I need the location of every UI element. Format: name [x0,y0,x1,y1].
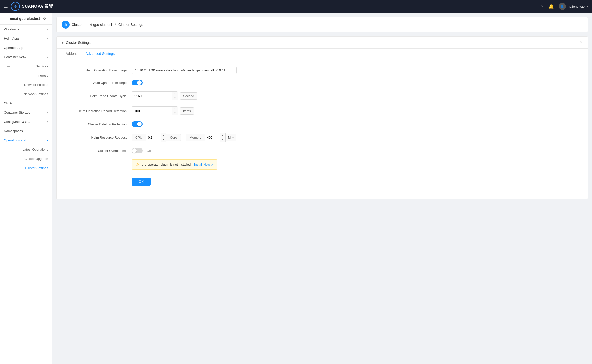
sidebar-item-latest-operations[interactable]: — Latest Operations [0,145,52,154]
cluster-icon: ⁂ [62,21,70,29]
breadcrumb-cluster-name: muxi-gpu-cluster1 [85,23,112,27]
sidebar-item-configmaps-label: ConfigMaps & S... [4,120,30,124]
helm-record-row: Helm Operation Record Retention ▲ ▼ item… [67,106,578,116]
chevron-up-icon: ▴ [47,56,48,59]
helm-record-input[interactable] [132,107,172,115]
helm-update-cycle-input[interactable] [132,92,172,100]
cpu-spin-up-button[interactable]: ▲ [161,133,166,138]
sidebar-item-network-settings-label: Network Settings [24,92,48,96]
sidebar-item-container-storage-label: Container Storage [4,111,30,114]
memory-unit-select[interactable]: Mi ▾ [226,134,237,141]
helm-record-input-wrap: ▲ ▼ [132,106,178,116]
cluster-deletion-row: Cluster Deletion Protection [67,122,578,127]
chevron-down-icon: ▾ [587,5,588,8]
sidebar-item-network-policies-label: Network Policies [24,83,48,87]
sidebar-item-network-settings[interactable]: — Network Settings [0,90,52,99]
memory-label: Memory [186,134,205,141]
spin-up-button[interactable]: ▲ [172,107,178,111]
cluster-deletion-toggle[interactable] [132,122,143,127]
external-link-icon: ↗ [211,163,213,166]
helm-resource-row: Helm Resource Request CPU ▲ ▼ C [67,133,578,142]
logo-area: ⊙ SUANOVA 質豐 [11,2,53,11]
sidebar: ← muxi-gpu-cluster1 ⟳ Workloads ▾ Helm A… [0,13,52,364]
breadcrumb-page: Cluster Settings [118,23,143,27]
spin-down-button[interactable]: ▼ [172,111,178,115]
sidebar-item-crds[interactable]: CRDs [0,99,52,108]
cpu-spin-down-button[interactable]: ▼ [161,138,166,142]
helm-update-cycle-input-wrap: ▲ ▼ [132,92,178,100]
memory-resource-group: Memory ▲ ▼ Mi ▾ [186,133,237,142]
sidebar-item-container-storage[interactable]: Container Storage ▾ [0,108,52,117]
breadcrumb-text: Cluster: muxi-gpu-cluster1 / Cluster Set… [72,23,143,27]
sidebar-item-helm-apps-label: Helm Apps [4,37,20,40]
notification-icon[interactable]: 🔔 [548,4,554,9]
breadcrumb-cluster-label: Cluster: [72,23,84,27]
memory-spin-buttons: ▲ ▼ [220,133,226,142]
tabs: Addons Advanced Settings [57,49,588,59]
auto-update-toggle[interactable] [132,80,143,86]
hamburger-menu[interactable]: ☰ [4,4,8,9]
sidebar-item-services[interactable]: — Services [0,62,52,71]
sidebar-item-operations[interactable]: Operations and ... ▴ [0,136,52,145]
tab-addons[interactable]: Addons [62,49,82,59]
cluster-name-label: muxi-gpu-cluster1 [10,17,40,21]
back-icon[interactable]: ← [4,16,8,21]
cluster-overcommit-toggle[interactable] [132,148,143,154]
sidebar-item-container-netw-label: Container Netw... [4,55,29,59]
sidebar-item-operator-app[interactable]: Operator App [0,43,52,52]
ok-button[interactable]: OK [132,178,151,186]
sidebar-item-cluster-upgrade[interactable]: — Cluster Upgrade [0,154,52,164]
core-label: Core [166,134,181,141]
user-name: haifeng.yao [568,5,585,8]
warning-text: cro-operator plugin is not installed, [142,163,192,166]
sidebar-item-cluster-upgrade-label: Cluster Upgrade [24,157,48,161]
settings-panel: ▶ Cluster Settings ✕ Addons Advanced Set… [56,36,588,200]
logo-icon: ⊙ [11,2,20,11]
user-menu[interactable]: 👤 haifeng.yao ▾ [559,3,588,10]
help-icon[interactable]: ? [541,4,544,9]
sidebar-item-operator-app-label: Operator App [4,46,23,50]
close-icon[interactable]: ✕ [580,40,583,45]
chevron-down-icon: ▾ [47,37,48,40]
sidebar-item-helm-apps[interactable]: Helm Apps ▾ [0,34,52,43]
cpu-resource-group: CPU ▲ ▼ Core [132,133,181,142]
cluster-deletion-label: Cluster Deletion Protection [67,122,132,126]
memory-unit-chevron-icon: ▾ [232,136,234,139]
cpu-spin-buttons: ▲ ▼ [161,133,166,142]
helm-base-image-row: Helm Operation Base Image [67,67,578,74]
sidebar-item-cluster-settings[interactable]: — Cluster Settings [0,164,52,173]
sidebar-item-namespaces[interactable]: Namespaces [0,126,52,136]
sidebar-item-cluster-settings-label: Cluster Settings [25,166,48,170]
sidebar-item-workloads-label: Workloads [4,28,19,31]
cpu-input[interactable] [146,133,161,142]
sidebar-item-workloads[interactable]: Workloads ▾ [0,25,52,34]
cpu-input-wrap: ▲ ▼ [146,133,166,142]
install-now-link[interactable]: Install Now ↗ [194,163,213,166]
spin-buttons: ▲ ▼ [172,107,178,115]
chevron-down-icon: ▾ [47,28,48,31]
helm-base-image-input[interactable] [132,67,237,74]
sidebar-item-latest-operations-label: Latest Operations [22,148,48,152]
avatar: 👤 [559,3,566,10]
tab-advanced-settings[interactable]: Advanced Settings [82,49,119,59]
memory-input[interactable] [205,133,220,142]
spin-down-button[interactable]: ▼ [172,96,178,100]
sidebar-item-container-netw[interactable]: Container Netw... ▴ [0,52,52,62]
memory-spin-up-button[interactable]: ▲ [220,133,226,138]
refresh-icon[interactable]: ⟳ [43,17,46,21]
spin-buttons: ▲ ▼ [172,92,178,100]
sidebar-item-configmaps[interactable]: ConfigMaps & S... ▾ [0,117,52,126]
spin-up-button[interactable]: ▲ [172,92,178,96]
sidebar-item-namespaces-label: Namespaces [4,129,23,133]
memory-spin-down-button[interactable]: ▼ [220,138,226,142]
sidebar-item-services-label: Services [36,64,48,68]
helm-base-image-label: Helm Operation Base Image [67,68,132,72]
chevron-down-icon: ▾ [47,111,48,114]
cluster-overcommit-label: Cluster Overcommit [67,149,132,153]
chevron-down-icon: ▾ [47,120,48,124]
auto-update-label: Auto Upate Helm Repo [67,81,132,85]
warning-icon: ⚠ [136,162,140,167]
collapse-header[interactable]: ▶ Cluster Settings ✕ [57,37,588,49]
sidebar-item-ingress[interactable]: — Ingress [0,71,52,80]
sidebar-item-network-policies[interactable]: — Network Policies [0,80,52,90]
